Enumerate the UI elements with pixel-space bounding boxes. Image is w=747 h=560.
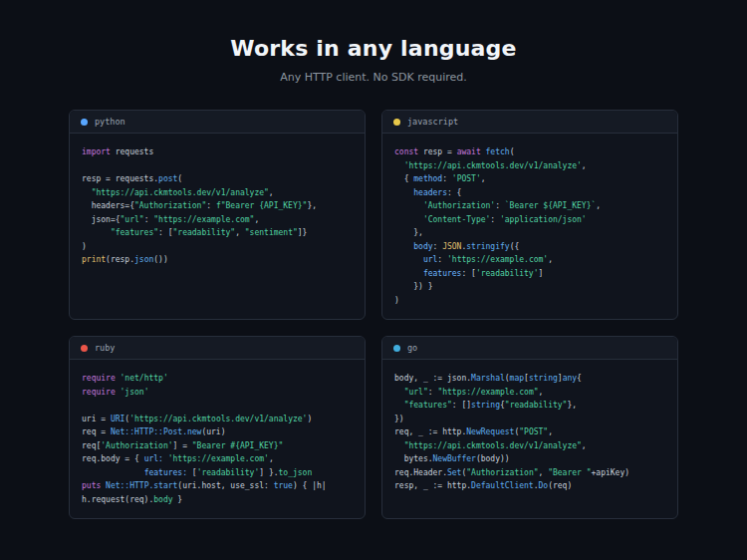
code-token: (req) [548, 481, 572, 490]
code-token: import [82, 147, 111, 156]
code-token: : [ [158, 228, 172, 237]
code-token: : [] [452, 401, 471, 410]
code-card-header: ruby [70, 337, 365, 360]
code-token: ] [539, 269, 544, 278]
code-token [82, 228, 111, 237]
code-token [394, 215, 423, 224]
code-token: print [82, 255, 106, 264]
code-token: Net::HTTP.start [106, 481, 177, 490]
code-token: "Authorization" [134, 201, 206, 210]
code-token: ( [177, 174, 182, 183]
code-line: headers={"Authorization": f"Bearer {API_… [82, 199, 353, 213]
code-token: 'Content-Type' [423, 215, 490, 224]
code-token: , [235, 228, 245, 237]
code-token: 'Authorization' [101, 441, 172, 450]
code-token: body [153, 495, 172, 504]
code-token [394, 242, 413, 251]
code-card-header: python [70, 111, 365, 134]
code-token: f"Bearer {API_KEY}" [216, 201, 308, 210]
code-token: "Bearer " [548, 468, 591, 477]
code-token: }) } [394, 282, 433, 291]
code-block: const resp = await fetch( 'https://api.c… [382, 134, 677, 319]
code-token: "https://example.com" [153, 215, 254, 224]
code-line [82, 399, 353, 413]
code-line: "features": []string{"readability"}, [394, 399, 665, 413]
code-card-go: go body, _ := json.Marshal(map[string]an… [381, 336, 678, 519]
code-token: Net::HTTP::Post.new [111, 427, 202, 436]
code-line [82, 159, 353, 173]
code-token: 'application/json' [500, 215, 587, 224]
code-token: require [82, 388, 116, 397]
code-token: req.body = { [82, 454, 144, 463]
code-token: json [134, 255, 153, 264]
code-token: , [582, 441, 587, 450]
code-token: }) [394, 415, 404, 423]
code-token: "features" [404, 401, 452, 410]
code-token: ({ [510, 242, 520, 251]
code-token: h.request(req). [82, 495, 153, 504]
code-token: URI [111, 415, 124, 423]
code-line: req.body = { url: 'https://example.com', [82, 452, 353, 466]
code-token: require [82, 374, 116, 383]
code-token: headers [413, 188, 447, 197]
code-token: , [481, 174, 486, 183]
code-token: "url" [404, 388, 428, 397]
code-token: ) [82, 242, 87, 251]
code-line: import requests [82, 145, 353, 159]
code-token: [ [187, 468, 197, 477]
language-dot-icon [393, 119, 400, 126]
language-label: go [407, 343, 417, 353]
code-token: NewBuffer [433, 454, 476, 463]
code-token: : [490, 215, 500, 224]
code-token: 'https://api.ckmtools.dev/v1/analyze' [404, 161, 582, 170]
code-token: requests [111, 147, 153, 156]
code-line: uri = URI('https://api.ckmtools.dev/v1/a… [82, 413, 353, 426]
code-line: ) [82, 240, 353, 254]
code-token: Do [539, 481, 549, 490]
code-token: Marshal [471, 374, 505, 383]
code-token [82, 468, 144, 477]
code-token: true [274, 481, 293, 490]
code-line: { method: 'POST', [394, 172, 665, 186]
language-label: python [95, 117, 125, 127]
code-line: req = Net::HTTP::Post.new(uri) [82, 425, 353, 439]
code-token: 'POST' [452, 174, 481, 183]
code-token: }, [394, 228, 423, 237]
code-token: uri = [82, 415, 111, 423]
code-line: puts Net::HTTP.start(uri.host, use_ssl: … [82, 479, 353, 493]
code-token [82, 188, 92, 197]
page: Works in any language Any HTTP client. N… [0, 0, 747, 560]
code-block: require 'net/http'require 'json'uri = UR… [70, 360, 365, 518]
code-block: import requestsresp = requests.post( "ht… [70, 134, 365, 319]
code-token: : [428, 388, 438, 397]
code-token: , [596, 201, 601, 210]
code-line: url: 'https://example.com', [394, 253, 665, 267]
code-token: "POST" [519, 427, 548, 436]
code-token: Set [447, 468, 461, 477]
code-token [394, 255, 423, 264]
code-token: ) [394, 296, 399, 305]
code-token [394, 401, 404, 410]
code-card-python: python import requestsresp = requests.po… [69, 110, 366, 320]
code-line: headers: { [394, 186, 665, 200]
code-token [394, 388, 404, 397]
cards-grid: python import requestsresp = requests.po… [69, 110, 678, 519]
code-token: await [457, 147, 481, 156]
code-card-ruby: ruby require 'net/http'require 'json'uri… [69, 336, 366, 519]
code-line: h.request(req).body } [82, 493, 353, 507]
code-line: "https://api.ckmtools.dev/v1/analyze", [394, 439, 665, 453]
code-token: 'https://example.com' [168, 454, 269, 463]
code-line: const resp = await fetch( [394, 145, 665, 159]
code-token [394, 269, 423, 278]
code-token: DefaultClient [471, 481, 534, 490]
code-block: body, _ := json.Marshal(map[string]any{ … [382, 360, 677, 518]
code-card-javascript: javascript const resp = await fetch( 'ht… [381, 110, 678, 320]
code-token: 'readability' [476, 269, 539, 278]
code-token: "Bearer #{API_KEY}" [192, 441, 284, 450]
code-token: : [144, 215, 154, 224]
code-line: body, _ := json.Marshal(map[string]any{ [394, 372, 665, 386]
code-line: 'Content-Type': 'application/json' [394, 213, 665, 227]
language-dot-icon [81, 119, 88, 126]
code-token: 'readability' [197, 468, 260, 477]
code-token: features: [144, 468, 187, 477]
